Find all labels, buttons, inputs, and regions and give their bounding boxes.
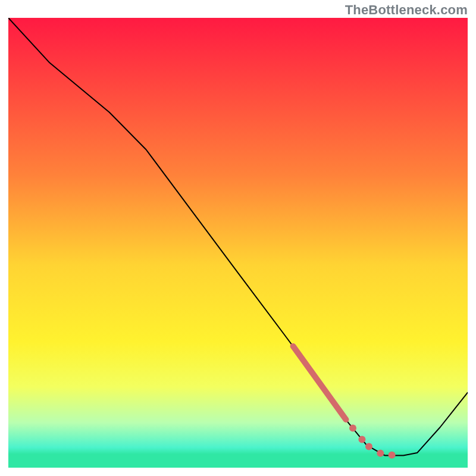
marker-markers <box>377 450 384 457</box>
marker-markers <box>389 452 396 459</box>
marker-markers <box>365 443 372 450</box>
chart-svg <box>8 18 468 468</box>
marker-markers <box>358 436 365 443</box>
watermark-label: TheBottleneck.com <box>345 2 468 18</box>
chart-frame: TheBottleneck.com <box>0 0 476 476</box>
plot-area <box>8 18 468 468</box>
marker-markers <box>349 425 356 432</box>
